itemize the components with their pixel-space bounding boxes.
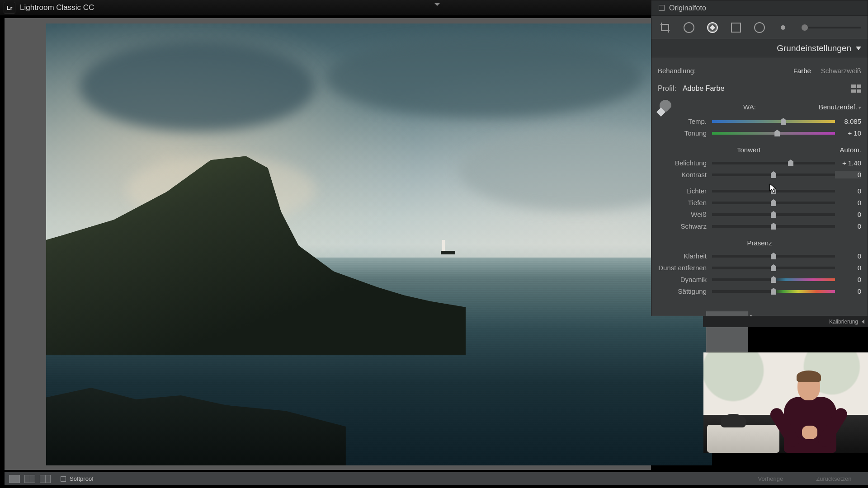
dehaze-row: Dunst entfernen 0 — [658, 262, 861, 273]
profile-row: Profil: Adobe Farbe — [658, 79, 861, 98]
highlights-row: Lichter 0 — [658, 185, 861, 197]
tone-header-row: Tonwert Autom. — [658, 142, 861, 157]
softproof-label: Softproof — [70, 475, 94, 482]
clarity-label: Klarheit — [658, 252, 712, 260]
temperature-value[interactable]: 8.085 — [835, 117, 861, 125]
graduated-filter-icon[interactable] — [728, 20, 744, 35]
exposure-label: Belichtung — [658, 159, 712, 167]
treatment-bw-option[interactable]: Schwarzweiß — [821, 67, 861, 75]
contrast-slider[interactable] — [712, 174, 835, 176]
saturation-value[interactable]: 0 — [835, 287, 861, 295]
shadows-slider[interactable] — [712, 202, 835, 204]
treatment-row: Behandlung: Farbe Schwarzweiß — [658, 62, 861, 79]
develop-panel: Originalfoto Grundeinstellungen Behandlu… — [651, 0, 868, 316]
tone-auto-button[interactable]: Autom. — [840, 146, 861, 154]
temperature-label: Temp. — [658, 117, 712, 125]
white-balance-row: WA: Benutzerdef. — [658, 98, 861, 115]
exposure-slider[interactable] — [712, 162, 835, 164]
highlights-label: Lichter — [658, 187, 712, 195]
basic-panel-body: Behandlung: Farbe Schwarzweiß Profil: Ad… — [651, 57, 868, 303]
calibration-panel-header[interactable]: Kalibrierung — [703, 316, 868, 327]
treatment-label: Behandlung: — [658, 67, 696, 75]
profile-label: Profil: — [658, 84, 676, 93]
reset-button[interactable]: Zurücksetzen — [810, 474, 858, 484]
blacks-row: Schwarz 0 — [658, 220, 861, 232]
calibration-label: Kalibrierung — [829, 319, 858, 325]
radial-filter-icon[interactable] — [752, 20, 767, 35]
wb-label: WA: — [680, 103, 819, 111]
crop-tool-icon[interactable] — [658, 20, 673, 35]
saturation-label: Sättigung — [658, 287, 712, 295]
original-photo-label: Originalfoto — [669, 4, 706, 12]
photo-preview[interactable] — [46, 23, 712, 465]
tint-row: Tonung + 10 — [658, 127, 861, 139]
whites-value[interactable]: 0 — [835, 211, 861, 218]
brush-size-slider[interactable] — [802, 27, 861, 28]
clarity-value[interactable]: 0 — [835, 252, 861, 260]
profile-value[interactable]: Adobe Farbe — [683, 84, 725, 93]
presence-header-row: Präsenz — [658, 235, 861, 250]
exposure-row: Belichtung + 1,40 — [658, 157, 861, 169]
webcam-overlay — [703, 352, 868, 453]
image-canvas[interactable] — [5, 18, 651, 470]
clarity-slider[interactable] — [712, 255, 835, 258]
softproof-checkbox[interactable] — [61, 476, 66, 482]
contrast-value[interactable]: 0 — [835, 171, 861, 178]
shadows-label: Tiefen — [658, 199, 712, 206]
tint-slider[interactable] — [712, 132, 835, 135]
redeye-tool-icon[interactable] — [705, 20, 720, 35]
whites-row: Weiß 0 — [658, 208, 861, 220]
app-titlebar: Lr Lightroom Classic CC — [0, 0, 651, 16]
temperature-slider[interactable] — [712, 120, 835, 123]
spot-tool-icon[interactable] — [681, 20, 697, 35]
saturation-row: Sättigung 0 — [658, 285, 861, 297]
basic-panel-title: Grundeinstellungen — [777, 43, 851, 53]
titlebar-expand-icon[interactable] — [434, 3, 440, 6]
contrast-label: Kontrast — [658, 171, 712, 178]
collapse-icon — [856, 47, 861, 50]
original-photo-checkbox[interactable] — [659, 5, 665, 11]
exposure-value[interactable]: + 1,40 — [835, 159, 861, 167]
profile-browser-icon[interactable] — [851, 84, 861, 93]
tint-value[interactable]: + 10 — [835, 129, 861, 137]
saturation-slider[interactable] — [712, 290, 835, 293]
tool-strip — [651, 16, 868, 39]
highlights-slider[interactable] — [712, 190, 835, 192]
whites-label: Weiß — [658, 211, 712, 218]
bottom-toolbar: Softproof — [5, 472, 741, 485]
dehaze-slider[interactable] — [712, 267, 835, 269]
dehaze-value[interactable]: 0 — [835, 264, 861, 272]
shadows-row: Tiefen 0 — [658, 197, 861, 208]
basic-panel-header[interactable]: Grundeinstellungen — [651, 39, 868, 57]
brush-tool-icon[interactable] — [775, 20, 791, 35]
presence-header: Präsenz — [658, 239, 861, 247]
temperature-row: Temp. 8.085 — [658, 115, 861, 127]
vibrance-value[interactable]: 0 — [835, 276, 861, 283]
highlights-value[interactable]: 0 — [835, 187, 861, 195]
blacks-value[interactable]: 0 — [835, 222, 861, 230]
view-mode-single-button[interactable] — [9, 475, 20, 483]
contrast-row: Kontrast 0 — [658, 169, 861, 180]
bottom-right-buttons: Vorherige Zurücksetzen — [741, 472, 868, 485]
app-title: Lightroom Classic CC — [20, 3, 94, 12]
tint-label: Tonung — [658, 129, 712, 137]
wb-picker-icon[interactable] — [658, 99, 673, 114]
vibrance-label: Dynamik — [658, 276, 712, 283]
clarity-row: Klarheit 0 — [658, 250, 861, 262]
calibration-collapse-icon — [862, 319, 864, 324]
previous-button[interactable]: Vorherige — [752, 474, 790, 484]
vibrance-row: Dynamik 0 — [658, 273, 861, 285]
original-photo-row[interactable]: Originalfoto — [651, 0, 868, 16]
tone-header: Tonwert — [658, 146, 840, 154]
vibrance-slider[interactable] — [712, 278, 835, 281]
wb-mode-dropdown[interactable]: Benutzerdef. — [819, 103, 861, 111]
dehaze-label: Dunst entfernen — [658, 264, 712, 272]
shadows-value[interactable]: 0 — [835, 199, 861, 206]
app-logo: Lr — [4, 2, 15, 14]
blacks-label: Schwarz — [658, 222, 712, 230]
view-mode-survey-button[interactable] — [40, 475, 51, 483]
blacks-slider[interactable] — [712, 225, 835, 228]
view-mode-compare-button[interactable] — [24, 475, 35, 483]
treatment-color-option[interactable]: Farbe — [793, 67, 811, 75]
whites-slider[interactable] — [712, 213, 835, 216]
